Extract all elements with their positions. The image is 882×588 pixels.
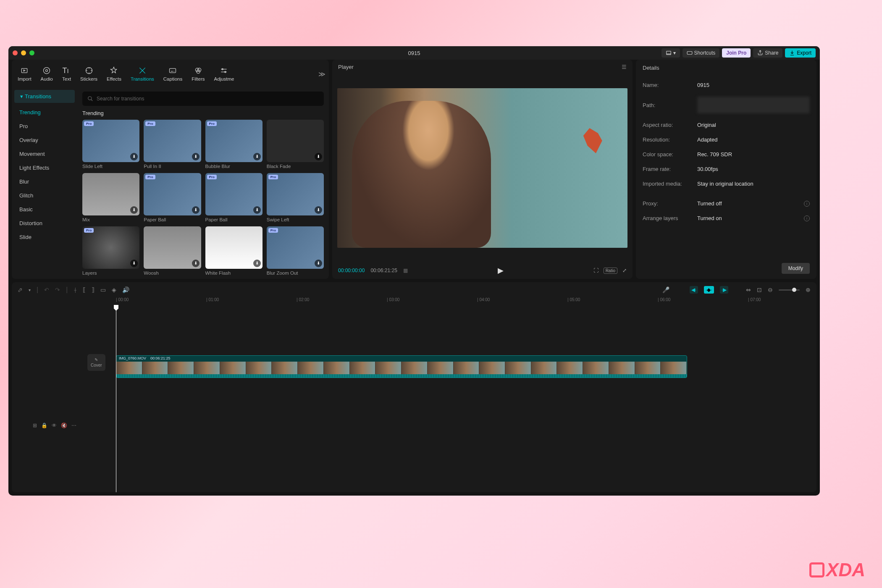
voiceover-icon[interactable]: 🔊 bbox=[122, 286, 129, 293]
info-icon[interactable]: i bbox=[804, 215, 810, 221]
sidebar-item-lighteffects[interactable]: Light Effects bbox=[12, 161, 77, 175]
time-ruler[interactable]: | 00:00| 01:00| 02:00| 03:00| 04:00| 05:… bbox=[116, 297, 816, 306]
trim-right-icon[interactable]: ⟧ bbox=[92, 286, 94, 293]
join-pro-button[interactable]: Join Pro bbox=[722, 48, 751, 58]
download-icon[interactable]: ⬇ bbox=[192, 260, 200, 267]
add-track-icon[interactable]: ⊞ bbox=[33, 423, 37, 428]
redo-icon[interactable]: ↷ bbox=[55, 286, 60, 293]
download-icon[interactable]: ⬇ bbox=[192, 153, 200, 160]
video-clip[interactable]: IMG_0760.MOV 00:06:21:25 bbox=[116, 355, 687, 378]
eye-icon[interactable]: 👁 bbox=[52, 423, 57, 428]
mute-icon[interactable]: 🔇 bbox=[61, 423, 67, 428]
transition-card[interactable]: ⬇Black Fade bbox=[267, 120, 324, 169]
align-icon[interactable]: ⇔ bbox=[746, 286, 751, 293]
more-tabs-icon[interactable]: ≫ bbox=[318, 70, 326, 78]
share-button[interactable]: Share bbox=[753, 48, 782, 58]
sidebar-item-basic[interactable]: Basic bbox=[12, 202, 77, 216]
tab-effects[interactable]: Effects bbox=[107, 66, 121, 81]
download-icon[interactable]: ⬇ bbox=[192, 206, 200, 214]
download-icon[interactable]: ⬇ bbox=[315, 153, 322, 160]
more-icon[interactable]: ⋯ bbox=[71, 423, 76, 428]
snap-left-icon[interactable]: ◀· bbox=[690, 286, 698, 294]
cover-button[interactable]: ✎ Cover bbox=[87, 354, 105, 371]
download-icon[interactable]: ⬇ bbox=[253, 260, 261, 267]
transition-card[interactable]: Pro⬇Swipe Left bbox=[267, 173, 324, 222]
sidebar-item-trending[interactable]: Trending bbox=[12, 105, 77, 119]
svg-point-8 bbox=[46, 70, 48, 72]
sidebar-item-slide[interactable]: Slide bbox=[12, 230, 77, 244]
download-icon[interactable]: ⬇ bbox=[130, 260, 138, 267]
maximize-window-icon[interactable] bbox=[29, 50, 34, 55]
undo-icon[interactable]: ↶ bbox=[44, 286, 49, 293]
download-icon[interactable]: ⬇ bbox=[253, 153, 261, 160]
sidebar-header[interactable]: ▾ Transitions bbox=[14, 90, 75, 103]
layout-button[interactable]: ▾ bbox=[662, 48, 680, 58]
pointer-dropdown-icon[interactable]: ▾ bbox=[29, 288, 31, 292]
scan-icon[interactable]: ⛶ bbox=[593, 268, 598, 273]
minimize-window-icon[interactable] bbox=[21, 50, 26, 55]
sidebar-item-distortion[interactable]: Distortion bbox=[12, 216, 77, 230]
sidebar-item-blur[interactable]: Blur bbox=[12, 175, 77, 189]
download-icon[interactable]: ⬇ bbox=[315, 260, 322, 267]
transition-card[interactable]: ⬇Woosh bbox=[144, 226, 201, 276]
sidebar-item-movement[interactable]: Movement bbox=[12, 147, 77, 161]
tab-filters[interactable]: Filters bbox=[192, 66, 205, 81]
tab-transitions[interactable]: Transitions bbox=[131, 66, 154, 81]
name-value: 0915 bbox=[697, 82, 810, 88]
tab-captions[interactable]: Captions bbox=[163, 66, 182, 81]
modify-button[interactable]: Modify bbox=[782, 263, 810, 274]
ruler-mark: | 07:00 bbox=[748, 297, 761, 302]
transition-card[interactable]: Pro⬇Slide Left bbox=[82, 120, 139, 169]
tab-adjustment[interactable]: Adjustme bbox=[214, 66, 234, 81]
mic-icon[interactable]: 🎤 bbox=[662, 286, 669, 293]
sidebar-item-pro[interactable]: Pro bbox=[12, 119, 77, 133]
fullscreen-icon[interactable]: ⤢ bbox=[622, 268, 627, 273]
info-icon[interactable]: i bbox=[804, 201, 810, 207]
tab-stickers[interactable]: Stickers bbox=[80, 66, 97, 81]
download-icon[interactable]: ⬇ bbox=[130, 206, 138, 214]
list-view-icon[interactable]: ▦ bbox=[403, 268, 408, 273]
zoom-out-icon[interactable]: ⊖ bbox=[768, 286, 773, 293]
shortcuts-button[interactable]: Shortcuts bbox=[682, 48, 720, 58]
player-menu-icon[interactable]: ☰ bbox=[622, 64, 627, 70]
transition-card[interactable]: ⬇Mix bbox=[82, 173, 139, 222]
snap-center-icon[interactable]: ·◆· bbox=[704, 286, 714, 294]
tab-text[interactable]: TIText bbox=[62, 66, 71, 81]
sidebar-item-glitch[interactable]: Glitch bbox=[12, 189, 77, 202]
export-button[interactable]: Export bbox=[785, 48, 816, 58]
download-icon[interactable]: ⬇ bbox=[253, 206, 261, 214]
zoom-in-icon[interactable]: ⊕ bbox=[806, 286, 811, 293]
pointer-tool-icon[interactable]: ⬀ bbox=[18, 286, 23, 293]
pro-badge: Pro bbox=[145, 121, 155, 126]
transition-card[interactable]: Pro⬇Blur Zoom Out bbox=[267, 226, 324, 276]
card-label: Bubble Blur bbox=[205, 164, 262, 169]
marker-icon[interactable]: ◈ bbox=[112, 286, 116, 293]
play-button[interactable]: ▶ bbox=[498, 266, 504, 275]
ratio-button[interactable]: Ratio bbox=[604, 268, 617, 274]
transition-card[interactable]: Pro⬇Bubble Blur bbox=[205, 120, 262, 169]
crop-icon[interactable]: ⊡ bbox=[757, 286, 762, 293]
transition-card[interactable]: Pro⬇Paper Ball bbox=[144, 173, 201, 222]
split-icon[interactable]: ⟊ bbox=[74, 286, 77, 293]
tab-import[interactable]: Import bbox=[18, 66, 32, 81]
sidebar-item-overlay[interactable]: Overlay bbox=[12, 133, 77, 147]
snap-right-icon[interactable]: ·▶ bbox=[720, 286, 728, 294]
transition-card[interactable]: Pro⬇Pull In II bbox=[144, 120, 201, 169]
zoom-slider[interactable] bbox=[779, 289, 800, 291]
trim-left-icon[interactable]: ⟦ bbox=[83, 286, 86, 293]
transition-card[interactable]: Pro⬇Paper Ball bbox=[205, 173, 262, 222]
playhead[interactable] bbox=[116, 306, 116, 492]
close-window-icon[interactable] bbox=[13, 50, 18, 55]
card-label: Mix bbox=[82, 217, 139, 222]
lock-icon[interactable]: 🔒 bbox=[41, 423, 47, 428]
tab-audio[interactable]: Audio bbox=[41, 66, 53, 81]
download-icon[interactable]: ⬇ bbox=[315, 206, 322, 214]
video-preview[interactable] bbox=[337, 88, 627, 248]
download-icon[interactable]: ⬇ bbox=[130, 153, 138, 160]
transition-card[interactable]: ⬇White Flash bbox=[205, 226, 262, 276]
search-input[interactable]: Search for transitions bbox=[82, 92, 324, 106]
app-window: 0915 ▾ Shortcuts Join Pro Share Export I… bbox=[8, 46, 820, 496]
tracks-area[interactable]: ⊞ 🔒 👁 🔇 ⋯ ✎ Cover IMG_0760.MOV 00:06:21:… bbox=[12, 306, 816, 492]
transition-card[interactable]: Pro⬇Layers bbox=[82, 226, 139, 276]
delete-icon[interactable]: ▭ bbox=[100, 286, 106, 293]
